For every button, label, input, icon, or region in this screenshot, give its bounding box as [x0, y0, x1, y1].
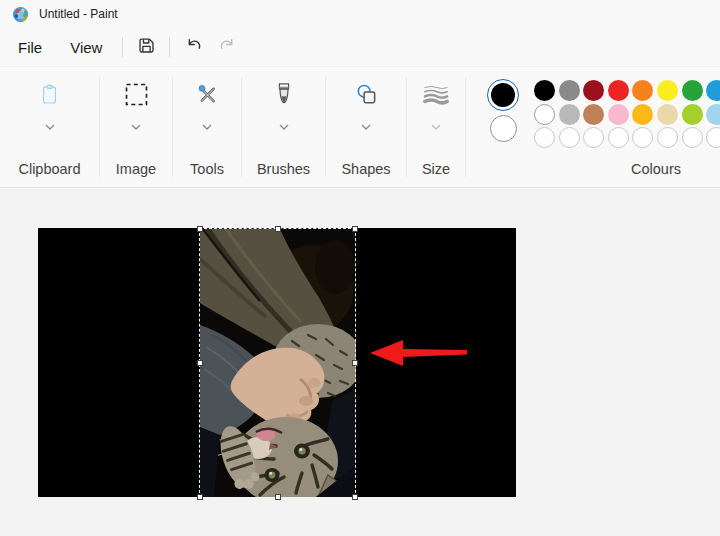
colour-swatch[interactable]: [706, 80, 720, 101]
toolbar-separator: [169, 37, 170, 57]
section-label-brushes: Brushes: [242, 161, 325, 177]
colour1-swatch[interactable]: [487, 79, 519, 111]
selection-handle-top-center[interactable]: [275, 226, 281, 232]
empty-colour-swatch[interactable]: [682, 127, 703, 148]
section-label-shapes: Shapes: [326, 161, 406, 177]
red-annotation-arrow: [364, 334, 472, 372]
selection-handle-middle-right[interactable]: [352, 360, 358, 366]
colour-swatch[interactable]: [657, 104, 678, 125]
tools-icon: [196, 79, 219, 109]
selection-handle-bottom-right[interactable]: [352, 494, 358, 500]
empty-colour-swatch[interactable]: [534, 127, 555, 148]
ribbon-section-brushes: Brushes: [242, 67, 325, 187]
file-menu[interactable]: File: [4, 33, 56, 62]
chevron-down-icon: [131, 118, 141, 133]
save-button[interactable]: [129, 32, 163, 62]
ribbon-section-tools: Tools: [173, 67, 241, 187]
redo-button[interactable]: [210, 32, 244, 62]
colour-palette: [534, 80, 720, 148]
colour-swatch[interactable]: [559, 104, 580, 125]
empty-colour-swatch[interactable]: [559, 127, 580, 148]
select-region-icon: [125, 79, 148, 109]
ribbon-section-size: Size: [407, 67, 465, 187]
ribbon-section-colours: Colours: [466, 67, 720, 187]
colour-swatch[interactable]: [706, 104, 720, 125]
section-label-image: Image: [100, 161, 172, 177]
view-menu[interactable]: View: [56, 33, 116, 62]
colour-swatch[interactable]: [632, 80, 653, 101]
paint-app-icon: [12, 6, 29, 23]
colour-swatch[interactable]: [583, 104, 604, 125]
colour-swatch[interactable]: [559, 80, 580, 101]
colour-swatch[interactable]: [657, 80, 678, 101]
tools-button[interactable]: [181, 79, 233, 145]
menubar: File View: [0, 28, 720, 66]
chevron-down-icon: [361, 118, 371, 133]
colour-swatch[interactable]: [583, 80, 604, 101]
save-icon: [137, 36, 156, 58]
empty-colour-swatch[interactable]: [583, 127, 604, 148]
line-size-icon: [423, 79, 449, 109]
window-title: Untitled - Paint: [39, 7, 118, 21]
colour2-swatch[interactable]: [490, 115, 517, 142]
section-label-clipboard: Clipboard: [0, 161, 99, 177]
undo-button[interactable]: [176, 32, 210, 62]
selection-handle-top-left[interactable]: [197, 226, 203, 232]
clipboard-icon: [41, 79, 58, 109]
titlebar: Untitled - Paint: [0, 0, 720, 28]
colour-swatch[interactable]: [534, 80, 555, 101]
selection-handle-bottom-left[interactable]: [197, 494, 203, 500]
brush-icon: [273, 79, 295, 109]
ribbon-section-clipboard: Clipboard: [0, 67, 99, 187]
canvas-area[interactable]: [0, 189, 720, 536]
chevron-down-icon: [431, 118, 441, 133]
empty-colour-swatch[interactable]: [608, 127, 629, 148]
ribbon-section-shapes: Shapes: [326, 67, 406, 187]
selection-rectangle[interactable]: [199, 228, 356, 498]
brushes-button[interactable]: [258, 79, 310, 145]
ribbon: Clipboard Image: [0, 66, 720, 188]
empty-colour-swatch[interactable]: [706, 127, 720, 148]
redo-icon: [218, 36, 237, 58]
undo-icon: [184, 36, 203, 58]
colour-swatch[interactable]: [682, 104, 703, 125]
image-button[interactable]: [110, 79, 162, 145]
empty-colour-swatch[interactable]: [657, 127, 678, 148]
section-label-tools: Tools: [173, 161, 241, 177]
colour1-fill: [491, 83, 515, 107]
shapes-icon: [355, 79, 378, 109]
ribbon-section-image: Image: [100, 67, 172, 187]
toolbar-separator: [122, 37, 123, 57]
selection-handle-top-right[interactable]: [352, 226, 358, 232]
empty-colour-swatch[interactable]: [632, 127, 653, 148]
chevron-down-icon: [202, 118, 212, 133]
colour-swatch[interactable]: [608, 104, 629, 125]
colour-swatch[interactable]: [608, 80, 629, 101]
shapes-button[interactable]: [340, 79, 392, 145]
colour-swatch[interactable]: [682, 80, 703, 101]
selection-handle-middle-left[interactable]: [197, 360, 203, 366]
chevron-down-icon: [279, 118, 289, 133]
colour-swatch[interactable]: [632, 104, 653, 125]
section-label-size: Size: [407, 161, 465, 177]
size-button[interactable]: [410, 79, 462, 145]
selection-handle-bottom-center[interactable]: [275, 494, 281, 500]
colour-swatch[interactable]: [534, 104, 555, 125]
chevron-down-icon: [45, 118, 55, 133]
section-label-colours: Colours: [526, 161, 720, 177]
clipboard-button[interactable]: [24, 79, 76, 145]
